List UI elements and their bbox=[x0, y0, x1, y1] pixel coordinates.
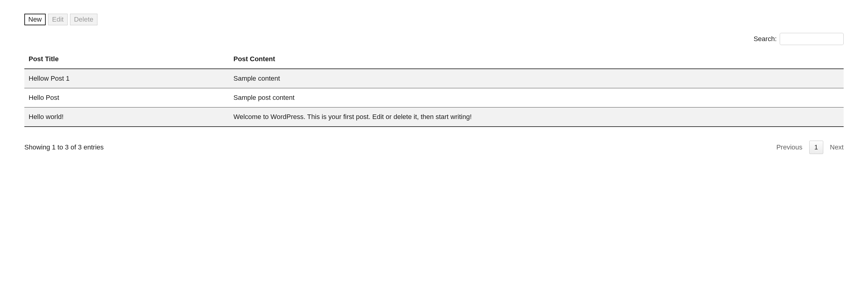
cell-content: Welcome to WordPress. This is your first… bbox=[229, 108, 844, 127]
delete-button[interactable]: Delete bbox=[70, 14, 97, 25]
entries-info: Showing 1 to 3 of 3 entries bbox=[24, 143, 104, 151]
search-label: Search: bbox=[753, 35, 777, 43]
cell-content: Sample content bbox=[229, 69, 844, 88]
toolbar: New Edit Delete bbox=[24, 14, 844, 25]
edit-button[interactable]: Edit bbox=[48, 14, 68, 25]
posts-table: Post Title Post Content Hellow Post 1 Sa… bbox=[24, 50, 844, 127]
table-footer: Showing 1 to 3 of 3 entries Previous 1 N… bbox=[24, 141, 844, 154]
column-header-content[interactable]: Post Content bbox=[229, 50, 844, 69]
column-header-title[interactable]: Post Title bbox=[24, 50, 229, 69]
cell-content: Sample post content bbox=[229, 88, 844, 108]
table-row[interactable]: Hello world! Welcome to WordPress. This … bbox=[24, 108, 844, 127]
cell-title: Hello Post bbox=[24, 88, 229, 108]
pagination: Previous 1 Next bbox=[776, 141, 844, 154]
table-row[interactable]: Hello Post Sample post content bbox=[24, 88, 844, 108]
next-button[interactable]: Next bbox=[830, 143, 844, 151]
page-number-1[interactable]: 1 bbox=[809, 141, 823, 154]
previous-button[interactable]: Previous bbox=[776, 143, 803, 151]
cell-title: Hello world! bbox=[24, 108, 229, 127]
search-row: Search: bbox=[24, 33, 844, 45]
new-button[interactable]: New bbox=[24, 14, 46, 25]
table-row[interactable]: Hellow Post 1 Sample content bbox=[24, 69, 844, 88]
table-header-row: Post Title Post Content bbox=[24, 50, 844, 69]
cell-title: Hellow Post 1 bbox=[24, 69, 229, 88]
search-input[interactable] bbox=[780, 33, 844, 45]
